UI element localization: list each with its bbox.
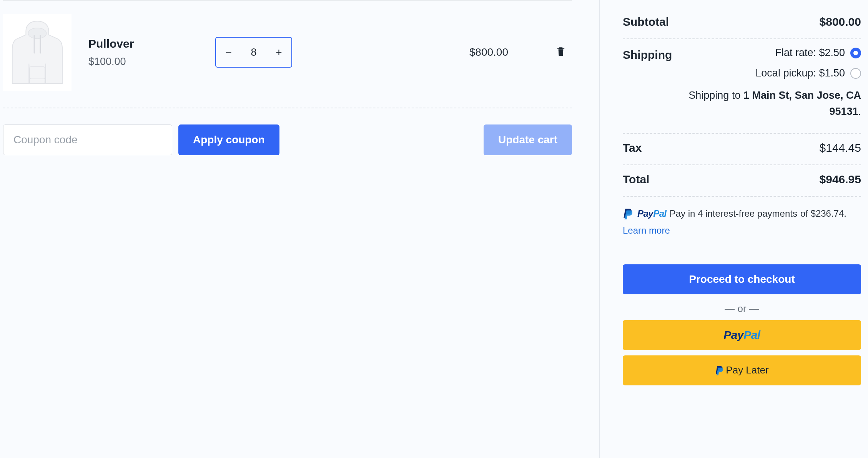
paypal-logo: PayPal — [637, 207, 667, 221]
hoodie-icon — [7, 18, 68, 86]
svg-point-0 — [28, 28, 46, 39]
or-separator: — or — — [623, 303, 861, 315]
radio-selected-icon — [850, 48, 861, 58]
shipping-local-option[interactable]: Local pickup: $1.50 — [755, 67, 861, 79]
shipping-label: Shipping — [623, 47, 672, 61]
subtotal-value: $800.00 — [820, 15, 861, 28]
radio-unselected-icon — [850, 68, 861, 79]
tax-label: Tax — [623, 141, 642, 154]
cart-item-row: Pullover $100.00 − 8 + $800.00 — [3, 14, 572, 108]
paypal-msg-line1: Pay in 4 interest-free payments — [670, 207, 797, 221]
total-value: $946.95 — [820, 173, 861, 186]
tax-value: $144.45 — [820, 141, 861, 154]
line-total: $800.00 — [469, 46, 508, 58]
paypal-learn-more-link[interactable]: Learn more — [623, 224, 670, 237]
proceed-checkout-button[interactable]: Proceed to checkout — [623, 264, 861, 294]
paypal-button-dark: Pay — [723, 329, 743, 341]
cart-actions: Apply coupon Update cart — [3, 124, 572, 155]
product-info: Pullover $100.00 — [88, 37, 215, 68]
paypal-logo-blue: Pal — [653, 207, 667, 221]
summary-column: Subtotal $800.00 Shipping Flat rate: $2.… — [600, 0, 868, 458]
shipping-row: Shipping Flat rate: $2.50 Local pickup: … — [623, 39, 861, 134]
total-row: Total $946.95 — [623, 165, 861, 197]
quantity-decrement[interactable]: − — [219, 46, 238, 58]
paypal-credit-message: PayPal Pay in 4 interest-free payments o… — [623, 207, 861, 237]
paypal-icon — [715, 365, 723, 375]
shipping-address-value: 1 Main St, San Jose, CA 95131 — [743, 90, 861, 117]
paypal-button-blue: Pal — [743, 329, 760, 341]
cart-column: Pullover $100.00 − 8 + $800.00 Apply cou… — [0, 0, 600, 458]
subtotal-row: Subtotal $800.00 — [623, 8, 861, 39]
shipping-options: Flat rate: $2.50 Local pickup: $1.50 Shi… — [672, 47, 861, 120]
divider — [3, 0, 572, 1]
product-image — [3, 14, 72, 91]
paypal-button[interactable]: PayPal — [623, 320, 861, 350]
product-unit-price: $100.00 — [88, 56, 215, 68]
shipping-flat-label: Flat rate: $2.50 — [775, 47, 845, 59]
total-label: Total — [623, 173, 649, 186]
shipping-to-prefix: Shipping to — [688, 90, 743, 101]
quantity-stepper: − 8 + — [215, 37, 292, 68]
quantity-value[interactable]: 8 — [244, 46, 263, 58]
shipping-flat-option[interactable]: Flat rate: $2.50 — [775, 47, 861, 59]
update-cart-button[interactable]: Update cart — [484, 124, 572, 155]
trash-icon — [557, 46, 565, 56]
remove-item-button[interactable] — [557, 46, 565, 58]
product-name[interactable]: Pullover — [88, 37, 215, 50]
coupon-input[interactable] — [3, 124, 172, 155]
tax-row: Tax $144.45 — [623, 134, 861, 165]
paypal-msg-line2: of $236.74. — [800, 207, 846, 221]
shipping-address: Shipping to 1 Main St, San Jose, CA 9513… — [672, 88, 861, 120]
paylater-label: Pay Later — [726, 364, 768, 376]
svg-rect-1 — [30, 67, 45, 79]
paylater-button[interactable]: Pay Later — [623, 355, 861, 385]
apply-coupon-button[interactable]: Apply coupon — [178, 124, 279, 155]
paypal-logo-dark: Pay — [637, 207, 653, 221]
shipping-local-label: Local pickup: $1.50 — [755, 67, 845, 79]
paypal-icon — [623, 208, 633, 219]
quantity-increment[interactable]: + — [269, 46, 288, 58]
subtotal-label: Subtotal — [623, 15, 669, 28]
